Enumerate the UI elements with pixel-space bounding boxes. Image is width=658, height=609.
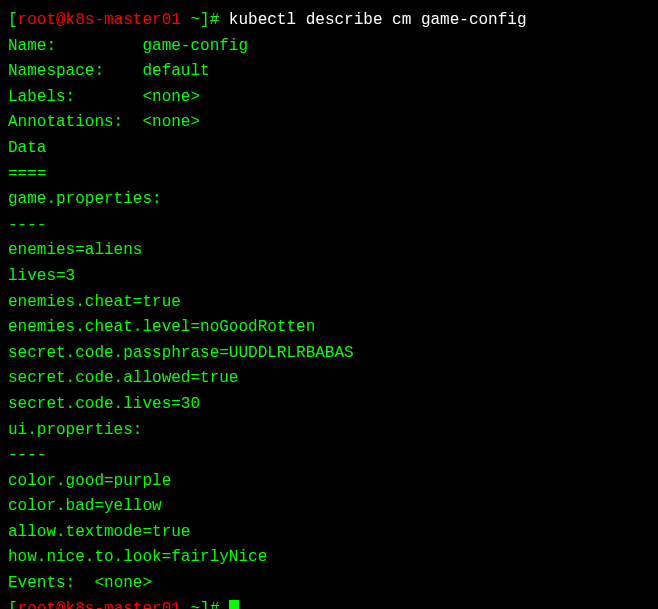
data-divider: ====	[8, 162, 650, 188]
annotations-value: <none>	[142, 113, 200, 131]
game-property-line: secret.code.lives=30	[8, 392, 650, 418]
prompt-host: root@k8s-master01	[18, 11, 181, 29]
output-annotations: Annotations: <none>	[8, 110, 650, 136]
game-property-line: secret.code.allowed=true	[8, 366, 650, 392]
game-property-line: enemies.cheat=true	[8, 290, 650, 316]
data-header: Data	[8, 136, 650, 162]
command-line-2[interactable]: [root@k8s-master01 ~]#	[8, 597, 650, 609]
ui-property-line: color.bad=yellow	[8, 494, 650, 520]
ui-properties-divider: ----	[8, 443, 650, 469]
prompt-close: ~]#	[181, 11, 229, 29]
output-name: Name: game-config	[8, 34, 650, 60]
cursor	[229, 600, 239, 609]
command-text: kubectl describe cm game-config	[229, 11, 527, 29]
ui-properties-header: ui.properties:	[8, 418, 650, 444]
name-value: game-config	[142, 37, 248, 55]
game-property-line: secret.code.passphrase=UUDDLRLRBABAS	[8, 341, 650, 367]
ui-property-line: how.nice.to.look=fairlyNice	[8, 545, 650, 571]
labels-label: Labels:	[8, 88, 142, 106]
prompt-host: root@k8s-master01	[18, 600, 181, 609]
annotations-label: Annotations:	[8, 113, 142, 131]
name-label: Name:	[8, 37, 142, 55]
prompt-open-bracket: [	[8, 11, 18, 29]
events-label: Events:	[8, 574, 94, 592]
labels-value: <none>	[142, 88, 200, 106]
output-namespace: Namespace: default	[8, 59, 650, 85]
game-property-line: enemies=aliens	[8, 238, 650, 264]
game-properties-divider: ----	[8, 213, 650, 239]
output-events: Events: <none>	[8, 571, 650, 597]
prompt-close: ~]#	[181, 600, 229, 609]
ui-property-line: allow.textmode=true	[8, 520, 650, 546]
command-line-1[interactable]: [root@k8s-master01 ~]# kubectl describe …	[8, 8, 650, 34]
namespace-value: default	[142, 62, 209, 80]
ui-property-line: color.good=purple	[8, 469, 650, 495]
game-properties-header: game.properties:	[8, 187, 650, 213]
prompt-open-bracket: [	[8, 600, 18, 609]
namespace-label: Namespace:	[8, 62, 142, 80]
output-labels: Labels: <none>	[8, 85, 650, 111]
game-property-line: lives=3	[8, 264, 650, 290]
game-property-line: enemies.cheat.level=noGoodRotten	[8, 315, 650, 341]
events-value: <none>	[94, 574, 152, 592]
